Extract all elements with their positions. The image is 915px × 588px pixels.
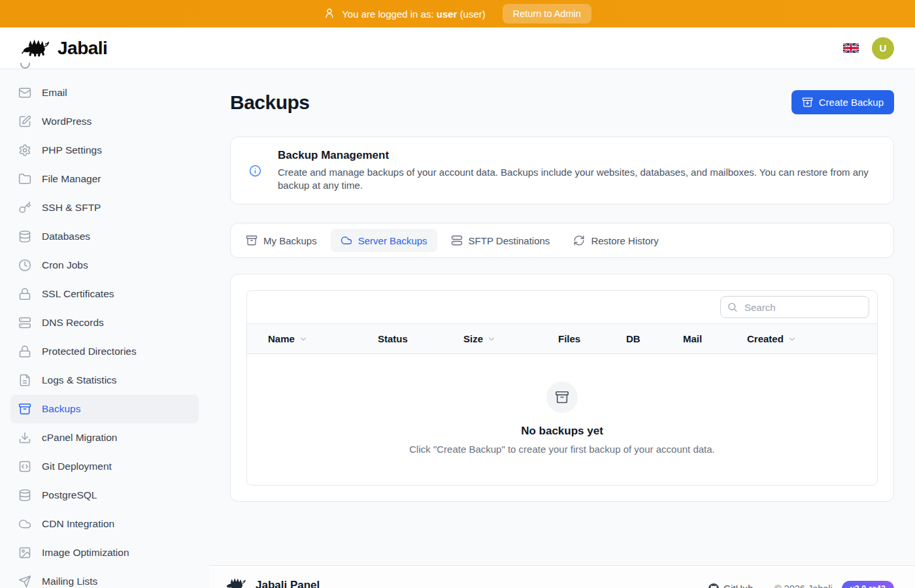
info-card-title: Backup Management [278,149,875,162]
code-square-icon [18,460,31,473]
sidebar-item-cron-jobs[interactable]: Cron Jobs [10,251,199,280]
chevron-down-icon [487,335,496,344]
backup-management-info-card: Backup Management Create and manage back… [230,137,894,204]
tab-sftp-destinations[interactable]: SFTP Destinations [441,229,560,252]
sidebar-item-email[interactable]: Email [10,78,199,107]
column-header-mail: Mail [683,324,747,353]
send-icon [18,575,31,588]
logged-in-role: (user) [460,8,486,20]
footer-copyright: © 2026 Jabali [774,583,833,588]
main-content: Backups Create Backup Backup Management … [209,69,915,588]
footer-brand-name: Jabali Panel [256,579,320,588]
sidebar-item-databases[interactable]: Databases [10,222,199,251]
archive-icon [246,235,258,246]
archive-icon [546,382,578,413]
return-to-admin-button[interactable]: Return to Admin [503,4,591,24]
info-card-description: Create and manage backups of your accoun… [278,166,875,192]
boar-logo-icon [21,36,51,61]
create-backup-button[interactable]: Create Backup [791,90,894,114]
chevron-down-icon [299,335,308,344]
brand-name: Jabali [58,38,107,59]
folder-icon [18,172,31,186]
user-avatar[interactable]: U [872,37,894,59]
table-header-row: Name Status Size Files DB [247,323,877,354]
info-icon [249,165,261,177]
tab-my-backups[interactable]: My Backups [236,229,327,252]
column-header-size[interactable]: Size [463,324,558,353]
chevron-down-icon [788,335,797,344]
page-footer: Jabali Panel GitHub · © 2026 Jabali v2.0… [209,565,915,588]
clock-icon [18,259,31,272]
gear-icon [18,144,31,157]
cloud-icon [341,235,352,246]
database-icon [18,230,31,243]
sidebar-item-dns-records[interactable]: DNS Records [10,308,199,337]
square-pen-icon [18,115,31,128]
sidebar-item-postgresql[interactable]: PostgreSQL [10,481,199,510]
search-icon [727,302,738,313]
empty-state-description: Click "Create Backup" to create your fir… [409,444,715,455]
footer-separator: · [762,583,765,588]
archive-icon [18,402,31,416]
sidebar-item-ssh-sftp[interactable]: SSH & SFTP [10,193,199,222]
github-icon [708,583,719,588]
uk-flag-icon[interactable] [843,43,859,53]
person-icon [324,7,335,21]
sidebar-item-git-deployment[interactable]: Git Deployment [10,452,199,481]
sidebar-item-backups[interactable]: Backups [10,395,199,423]
sidebar-item-file-manager[interactable]: File Manager [10,165,199,193]
sidebar-item-logs-statistics[interactable]: Logs & Statistics [10,366,199,395]
column-header-created[interactable]: Created [747,324,877,353]
tab-server-backups[interactable]: Server Backups [331,229,437,252]
backup-tabs: My Backups Server Backups SFTP Destinati… [230,223,894,258]
tab-restore-history[interactable]: Restore History [563,229,668,252]
search-input[interactable] [720,296,869,318]
logged-in-text: You are logged in as: user (user) [342,8,486,20]
backups-table-card: Name Status Size Files DB [230,274,894,502]
column-header-status: Status [378,324,463,353]
app-header: Jabali U [0,27,915,69]
image-icon [18,546,31,559]
page-title: Backups [230,91,310,114]
brand[interactable]: Jabali [21,36,107,61]
sidebar: Email WordPress PHP Settings File Manage… [0,69,209,588]
key-icon [18,201,31,214]
sidebar-item-wordpress[interactable]: WordPress [10,107,199,136]
refresh-icon [573,235,585,246]
empty-state: No backups yet Click "Create Backup" to … [247,354,877,485]
sidebar-item-php-settings[interactable]: PHP Settings [10,136,199,165]
sidebar-item-protected-directories[interactable]: Protected Directories [10,337,199,366]
sidebar-item-mailing-lists[interactable]: Mailing Lists [10,567,199,588]
boar-logo-icon [225,576,247,588]
logged-in-username: user [437,8,458,20]
lock-icon [18,345,31,358]
database-icon [18,489,31,502]
impersonation-banner: You are logged in as: user (user) Return… [0,0,915,27]
cloud-icon [18,517,31,531]
column-header-files: Files [558,324,626,353]
archive-down-icon [802,97,813,108]
column-header-db: DB [626,324,683,353]
column-header-name[interactable]: Name [247,324,378,353]
sidebar-item-cdn-integration[interactable]: CDN Integration [10,510,199,538]
mail-icon [18,86,31,99]
file-text-icon [18,374,31,387]
sidebar-item-cpanel-migration[interactable]: cPanel Migration [10,423,199,452]
download-icon [18,431,31,444]
lock-icon [18,287,31,301]
sidebar-item-ssl-certificates[interactable]: SSL Certificates [10,280,199,308]
version-badge: v2.0-rc43 [842,581,894,588]
server-icon [18,316,31,329]
empty-state-title: No backups yet [521,425,603,438]
github-link[interactable]: GitHub [708,583,753,588]
sidebar-item-image-optimization[interactable]: Image Optimization [10,538,199,567]
server-icon [451,235,463,246]
